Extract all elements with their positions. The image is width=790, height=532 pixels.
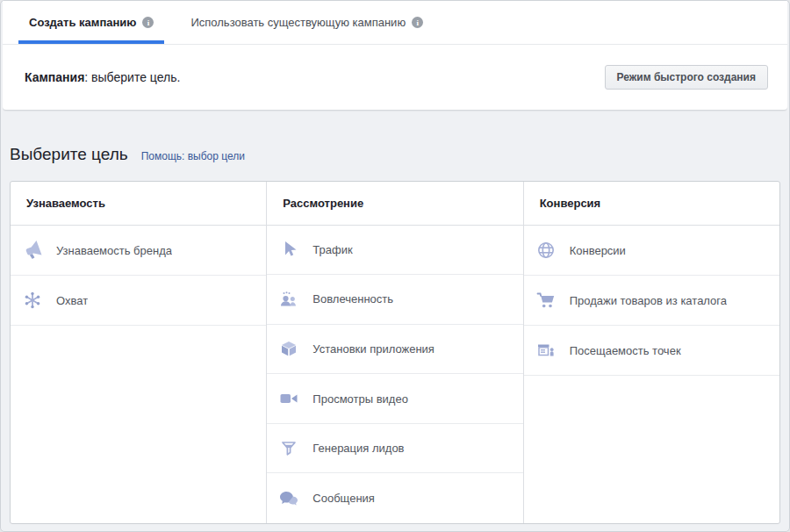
objective-video-views[interactable]: Просмотры видео	[267, 374, 522, 424]
campaign-status-text-rest: : выберите цель.	[84, 70, 180, 84]
objective-store-visits[interactable]: Посещаемость точек	[524, 326, 779, 376]
objective-label: Узнаваемость бренда	[56, 244, 172, 257]
tab-create-campaign-label: Создать кампанию	[29, 16, 136, 29]
objective-traffic[interactable]: Трафик	[267, 226, 522, 276]
column-empty-space	[524, 376, 779, 523]
objective-label: Конверсии	[570, 244, 626, 257]
cursor-icon	[278, 239, 299, 260]
objective-help-link[interactable]: Помощь: выбор цели	[141, 150, 245, 162]
messages-icon	[278, 488, 299, 509]
objective-label: Трафик	[312, 243, 352, 256]
objective-label: Сообщения	[312, 492, 375, 505]
reach-icon	[22, 290, 43, 311]
campaign-status-row: Кампания: выберите цель. Режим быстрого …	[3, 45, 787, 110]
objective-messages[interactable]: Сообщения	[267, 473, 522, 523]
store-icon	[535, 340, 557, 361]
objective-column-consideration: Рассмотрение Трафик Вовлеченность Устано…	[267, 182, 523, 523]
objective-column-awareness: Узнаваемость Узнаваемость бренда Охват	[11, 182, 267, 523]
megaphone-icon	[22, 240, 43, 261]
info-icon[interactable]: i	[142, 17, 154, 28]
funnel-icon	[278, 438, 299, 459]
tab-create-campaign[interactable]: Создать кампанию i	[18, 1, 164, 44]
video-icon	[278, 388, 299, 409]
objective-label: Продажи товаров из каталога	[570, 294, 727, 307]
column-header: Узнаваемость	[11, 182, 266, 226]
objective-column-conversion: Конверсия Конверсии Продажи товаров из к…	[524, 182, 779, 523]
objective-label: Генерация лидов	[312, 442, 404, 455]
objective-lead-generation[interactable]: Генерация лидов	[267, 424, 522, 474]
campaign-status-text: Кампания: выберите цель.	[25, 70, 180, 84]
campaign-header-panel: Создать кампанию i Использовать существу…	[3, 1, 787, 111]
cube-icon	[278, 339, 299, 360]
engagement-icon	[278, 289, 299, 310]
objective-app-installs[interactable]: Установки приложения	[267, 325, 522, 375]
globe-icon	[535, 240, 557, 261]
objective-label: Посещаемость точек	[570, 344, 681, 357]
ads-manager-campaign-screen: Создать кампанию i Использовать существу…	[0, 0, 790, 532]
info-icon[interactable]: i	[412, 17, 423, 28]
objective-label: Охват	[56, 294, 88, 307]
column-header: Рассмотрение	[267, 182, 522, 226]
objective-label: Просмотры видео	[312, 392, 408, 406]
campaign-tabbar: Создать кампанию i Использовать существу…	[3, 1, 787, 45]
column-header: Конверсия	[524, 182, 779, 226]
objective-section-header: Выберите цель Помощь: выбор цели	[10, 145, 780, 164]
objective-label: Установки приложения	[312, 342, 434, 356]
objective-conversions[interactable]: Конверсии	[524, 226, 779, 276]
objective-table: Узнаваемость Узнаваемость бренда Охват Р…	[10, 181, 780, 524]
campaign-status-text-bold: Кампания	[25, 70, 84, 84]
objective-engagement[interactable]: Вовлеченность	[267, 275, 522, 325]
objective-label: Вовлеченность	[312, 292, 393, 306]
objective-reach[interactable]: Охват	[11, 276, 266, 326]
tab-use-existing-campaign[interactable]: Использовать существующую кампанию i	[180, 1, 434, 44]
quick-creation-mode-button[interactable]: Режим быстрого создания	[605, 65, 768, 90]
tab-use-existing-campaign-label: Использовать существующую кампанию	[190, 16, 406, 29]
column-empty-space	[11, 326, 266, 523]
objective-catalog-sales[interactable]: Продажи товаров из каталога	[524, 276, 779, 326]
objective-section-title: Выберите цель	[10, 145, 128, 164]
objective-brand-awareness[interactable]: Узнаваемость бренда	[11, 226, 266, 276]
cart-icon	[535, 290, 557, 311]
